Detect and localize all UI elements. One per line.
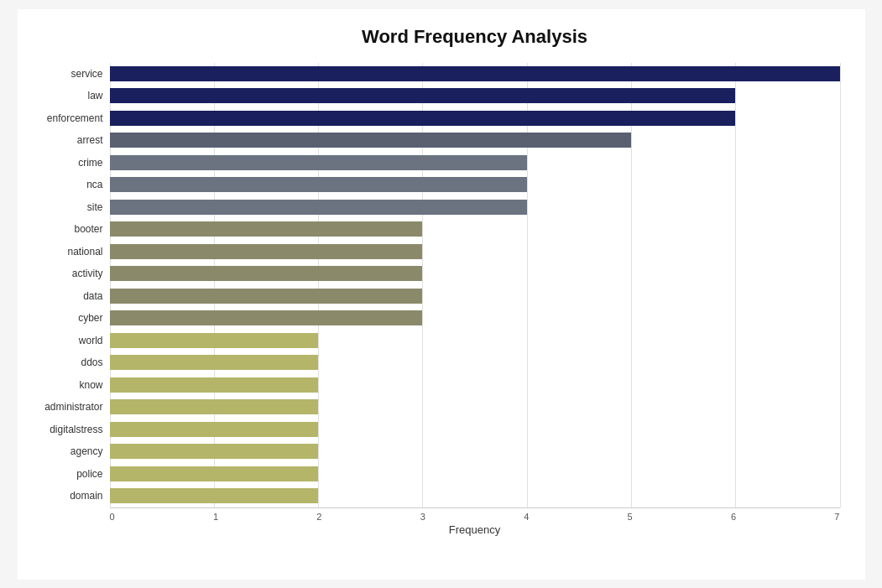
x-tick: 6 — [731, 512, 736, 522]
bar-fill — [110, 221, 423, 237]
bar-label: police — [19, 465, 103, 483]
bar-label: booter — [19, 220, 103, 238]
x-tick: 3 — [420, 512, 425, 522]
bar-label: world — [19, 331, 103, 350]
bar-fill — [110, 66, 840, 81]
bar-row: data — [110, 287, 840, 305]
bar-label: know — [19, 376, 103, 394]
bar-fill — [110, 88, 736, 103]
bar-label: service — [19, 65, 103, 83]
bar-fill — [110, 289, 423, 304]
chart-title: Word Frequency Analysis — [110, 26, 840, 48]
chart-area: servicelawenforcementarrestcrimencasiteb… — [110, 63, 840, 541]
bar-fill — [110, 200, 527, 215]
bar-label: cyber — [19, 309, 103, 327]
bar-label: domain — [19, 487, 103, 505]
bar-label: digitalstress — [19, 420, 103, 439]
bar-row: know — [110, 376, 840, 394]
bar-label: law — [19, 86, 103, 105]
bar-row: service — [110, 65, 840, 83]
bar-label: nca — [19, 175, 103, 194]
bar-fill — [110, 333, 319, 348]
bar-row: national — [110, 242, 840, 261]
bar-fill — [110, 355, 319, 370]
x-tick: 1 — [213, 512, 218, 522]
bar-fill — [110, 177, 527, 192]
bar-row: digitalstress — [110, 420, 840, 439]
x-axis: 01234567 Frequency — [110, 507, 840, 541]
bar-row: law — [110, 86, 840, 105]
bar-label: crime — [19, 154, 103, 172]
x-ticks: 01234567 — [110, 508, 840, 522]
bar-row: cyber — [110, 309, 840, 327]
bar-fill — [110, 422, 319, 437]
bar-row: enforcement — [110, 109, 840, 127]
x-tick: 2 — [316, 512, 321, 522]
chart-container: Word Frequency Analysis servicelawenforc… — [18, 9, 865, 580]
bar-fill — [110, 155, 527, 170]
bar-label: arrest — [19, 131, 103, 149]
bar-row: ddos — [110, 353, 840, 372]
bar-fill — [110, 310, 423, 325]
bar-row: nca — [110, 175, 840, 194]
bar-row: booter — [110, 220, 840, 238]
bar-fill — [110, 444, 319, 459]
bar-fill — [110, 377, 319, 393]
bar-row: agency — [110, 442, 840, 461]
bar-label: activity — [19, 264, 103, 283]
bar-label: site — [19, 198, 103, 216]
bar-label: enforcement — [19, 109, 103, 127]
bar-label: agency — [19, 442, 103, 461]
bar-row: crime — [110, 154, 840, 172]
bar-row: administrator — [110, 398, 840, 416]
bar-fill — [110, 466, 319, 481]
bar-row: site — [110, 198, 840, 216]
bar-fill — [110, 266, 423, 281]
bar-row: activity — [110, 264, 840, 283]
bar-row: domain — [110, 487, 840, 505]
bar-fill — [110, 244, 423, 259]
x-tick: 0 — [110, 512, 115, 522]
bars-area: servicelawenforcementarrestcrimencasiteb… — [110, 63, 840, 507]
x-tick: 5 — [628, 512, 633, 522]
bar-fill — [110, 133, 631, 148]
bar-label: data — [19, 287, 103, 305]
bar-fill — [110, 111, 736, 126]
bar-row: world — [110, 331, 840, 350]
bar-fill — [110, 399, 319, 414]
x-tick: 7 — [834, 512, 839, 522]
bar-label: ddos — [19, 353, 103, 372]
bar-fill — [110, 488, 319, 503]
x-axis-label: Frequency — [110, 523, 840, 536]
bar-label: national — [19, 242, 103, 261]
bar-row: arrest — [110, 131, 840, 149]
x-tick: 4 — [524, 512, 529, 522]
grid-line — [840, 63, 841, 507]
bar-label: administrator — [19, 398, 103, 416]
bar-row: police — [110, 465, 840, 483]
